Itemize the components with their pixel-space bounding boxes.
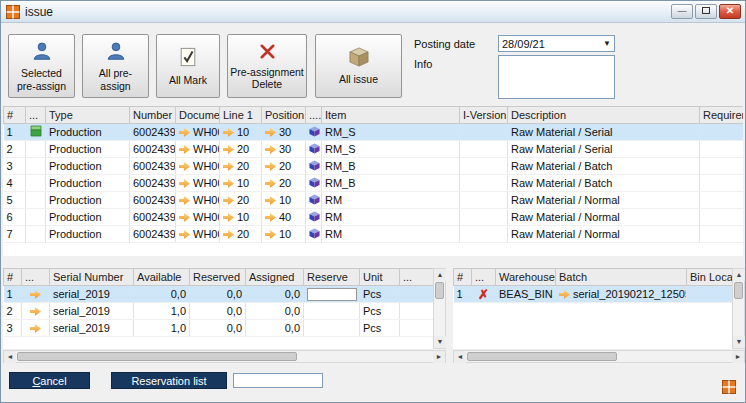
col-available[interactable]: Available: [134, 269, 190, 286]
cell-reserved[interactable]: 0,0: [190, 303, 246, 320]
scroll-right-arrow[interactable]: ►: [433, 351, 445, 363]
cell-type[interactable]: Production: [46, 175, 130, 192]
scroll-up-arrow[interactable]: ▲: [434, 269, 446, 281]
scrollbar-thumb[interactable]: [734, 282, 743, 299]
cell-position[interactable]: 40: [262, 209, 306, 226]
all-mark-button[interactable]: All Mark: [156, 34, 220, 98]
table-row[interactable]: 1 ✗ BEAS_BIN serial_20190212_12505: [454, 286, 733, 303]
table-row[interactable]: 3 serial_2019 1,0 0,0 0,0 Pcs: [4, 320, 434, 337]
col-row-number[interactable]: #: [4, 269, 22, 286]
link-arrow-icon[interactable]: [179, 145, 190, 154]
link-arrow-icon[interactable]: [179, 128, 190, 137]
link-arrow-icon[interactable]: [179, 196, 190, 205]
col-description[interactable]: Description: [508, 107, 700, 124]
col-item[interactable]: Item: [322, 107, 460, 124]
cell-requirement[interactable]: [700, 209, 744, 226]
delete-x-icon[interactable]: ✗: [472, 286, 496, 303]
link-arrow-icon[interactable]: [179, 179, 190, 188]
cell-requirement[interactable]: [700, 141, 744, 158]
cell-assigned[interactable]: 0,0: [246, 320, 304, 337]
col-line1[interactable]: Line 1: [220, 107, 262, 124]
link-arrow-icon[interactable]: [223, 196, 234, 205]
cell-document[interactable]: WH001: [176, 141, 220, 158]
cell-line1[interactable]: 20: [220, 158, 262, 175]
cell-serial-number[interactable]: serial_2019: [50, 303, 134, 320]
cell-line1[interactable]: 10: [220, 124, 262, 141]
col-bin-location[interactable]: Bin Location: [687, 269, 733, 286]
link-arrow-icon[interactable]: [265, 128, 276, 137]
scroll-down-arrow[interactable]: ▼: [434, 336, 446, 348]
cell-item[interactable]: RM_B: [322, 175, 460, 192]
titlebar[interactable]: issue: [1, 1, 745, 23]
cell-description[interactable]: Raw Material / Normal: [508, 192, 700, 209]
cell-reserved[interactable]: 0,0: [190, 320, 246, 337]
table-row[interactable]: 4 Production 6002439 WH001 10 20 RM_B Ra…: [4, 175, 744, 192]
cell-serial-number[interactable]: serial_2019: [50, 320, 134, 337]
cell-description[interactable]: Raw Material / Batch: [508, 175, 700, 192]
resize-grip-icon[interactable]: [722, 380, 736, 396]
cell-description[interactable]: Raw Material / Batch: [508, 158, 700, 175]
link-arrow-icon[interactable]: [265, 179, 276, 188]
link-arrow-icon[interactable]: [265, 213, 276, 222]
link-arrow-icon[interactable]: [223, 145, 234, 154]
cell-batch[interactable]: serial_20190212_12505: [556, 286, 687, 303]
col-row-number[interactable]: #: [454, 269, 472, 286]
cell-position[interactable]: 30: [262, 141, 306, 158]
col-dots[interactable]: ....: [306, 107, 322, 124]
cell-type[interactable]: Production: [46, 209, 130, 226]
col-assigned[interactable]: Assigned: [246, 269, 304, 286]
link-arrow-icon[interactable]: [265, 230, 276, 239]
cell-type[interactable]: Production: [46, 192, 130, 209]
cell-extra[interactable]: [400, 320, 434, 337]
col-type[interactable]: Type: [46, 107, 130, 124]
pre-assignment-delete-button[interactable]: Pre-assignment Delete: [227, 34, 307, 98]
scroll-left-arrow[interactable]: ◄: [454, 351, 466, 363]
footer-text-input[interactable]: [233, 373, 323, 388]
col-reserved[interactable]: Reserved: [190, 269, 246, 286]
table-row[interactable]: 2 Production 6002439 WH001 20 30 RM_S Ra…: [4, 141, 744, 158]
cancel-button[interactable]: Cancel: [9, 372, 90, 389]
table-row[interactable]: 5 Production 6002439 WH001 20 10 RM Raw …: [4, 192, 744, 209]
link-arrow-icon[interactable]: [223, 230, 234, 239]
scroll-up-arrow[interactable]: ▲: [733, 269, 745, 281]
cell-reserve[interactable]: [304, 286, 360, 303]
cell-line1[interactable]: 10: [220, 209, 262, 226]
cell-available[interactable]: 1,0: [134, 320, 190, 337]
reservation-list-button[interactable]: Reservation list: [111, 372, 227, 389]
link-arrow-icon[interactable]: [265, 196, 276, 205]
cell-position[interactable]: 20: [262, 158, 306, 175]
col-position[interactable]: Position: [262, 107, 306, 124]
serial-vertical-scrollbar[interactable]: ▲ ▼: [433, 268, 446, 349]
link-arrow-icon[interactable]: [265, 145, 276, 154]
scrollbar-thumb[interactable]: [435, 282, 444, 299]
cell-description[interactable]: Raw Material / Serial: [508, 141, 700, 158]
cell-reserve[interactable]: [304, 320, 360, 337]
cell-iversion[interactable]: [460, 209, 508, 226]
table-row[interactable]: 7 Production 6002439 WH001 20 10 RM Raw …: [4, 226, 744, 243]
col-document[interactable]: Document: [176, 107, 220, 124]
selected-pre-assign-button[interactable]: Selected pre-assign: [8, 34, 75, 98]
cell-item[interactable]: RM: [322, 192, 460, 209]
cell-type[interactable]: Production: [46, 141, 130, 158]
cell-description[interactable]: Raw Material / Normal: [508, 226, 700, 243]
cell-bin-location[interactable]: [687, 286, 733, 303]
cell-number[interactable]: 6002439: [130, 158, 176, 175]
link-arrow-icon[interactable]: [223, 179, 234, 188]
maximize-button[interactable]: [695, 4, 717, 19]
scroll-down-arrow[interactable]: ▼: [733, 336, 745, 348]
cell-position[interactable]: 30: [262, 124, 306, 141]
col-dots[interactable]: ...: [400, 269, 434, 286]
cell-warehouse[interactable]: BEAS_BIN: [496, 286, 556, 303]
link-arrow-icon[interactable]: [223, 128, 234, 137]
cell-unit[interactable]: Pcs: [360, 286, 400, 303]
scroll-left-arrow[interactable]: ◄: [4, 351, 16, 363]
cell-item[interactable]: RM: [322, 226, 460, 243]
scrollbar-thumb[interactable]: [17, 352, 297, 361]
link-arrow-icon[interactable]: [223, 162, 234, 171]
cell-extra[interactable]: [400, 303, 434, 320]
info-input[interactable]: [498, 55, 615, 99]
cell-reserved[interactable]: 0,0: [190, 286, 246, 303]
cell-assigned[interactable]: 0,0: [246, 286, 304, 303]
col-iversion[interactable]: I-Version: [460, 107, 508, 124]
cell-number[interactable]: 6002439: [130, 124, 176, 141]
